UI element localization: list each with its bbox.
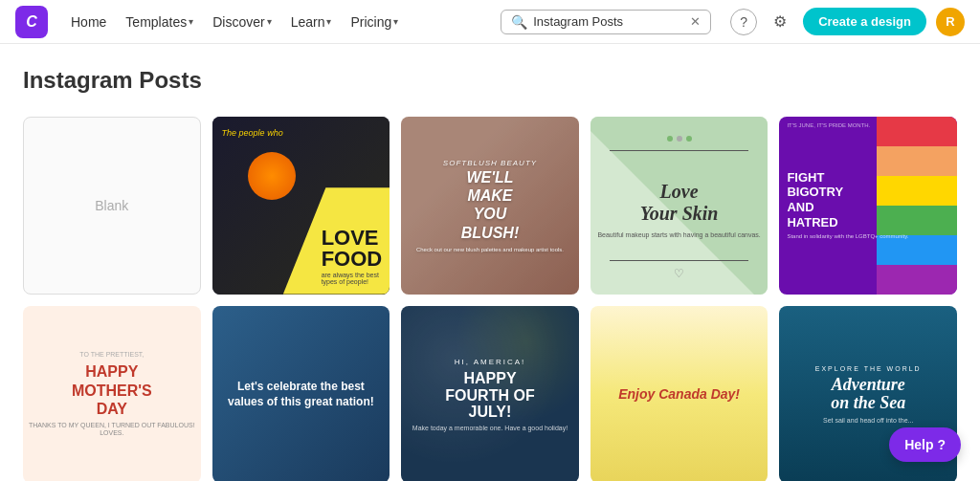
pride-sub-text: Stand in solidarity with the LGBTQ+ comm… — [787, 233, 908, 240]
main-content: Instagram Posts Blank The people who LOV… — [0, 44, 980, 481]
nation-text: Let's celebrate the best values of this … — [212, 371, 390, 419]
nav-templates[interactable]: Templates ▾ — [118, 11, 201, 33]
july-sub-text: Make today a memorable one. Have a good … — [412, 425, 568, 431]
discover-chevron-icon: ▾ — [267, 16, 272, 27]
template-canada[interactable]: Enjoy Canada Day! — [590, 306, 768, 481]
templates-grid: Blank The people who LOVEFOOD are always… — [23, 117, 957, 481]
learn-chevron-icon: ▾ — [326, 16, 331, 27]
create-design-button[interactable]: Create a design — [803, 8, 926, 35]
dot-3 — [686, 136, 692, 142]
canada-text: Enjoy Canada Day! — [618, 386, 740, 402]
template-blank[interactable]: Blank — [23, 117, 201, 295]
sea-explore-text: EXPLORE THE WORLD — [815, 365, 922, 372]
template-july4[interactable]: HI, AMERICA! HAPPYFOURTH OFJULY! Make to… — [401, 306, 579, 481]
template-beauty[interactable]: SOFTBLUSH BEAUTY WE'LLMAKEYOUBLUSH! Chec… — [401, 117, 579, 295]
july-text: HI, AMERICA! HAPPYFOURTH OFJULY! Make to… — [412, 358, 568, 431]
food-tagline: are always the best types of people! — [322, 272, 383, 285]
logo-text: C — [26, 13, 37, 31]
search-input[interactable] — [533, 14, 684, 29]
mothers-text: TO THE PRETTIEST, HAPPYMOTHER'SDAY Thank… — [23, 351, 201, 438]
nav-discover[interactable]: Discover ▾ — [205, 11, 278, 33]
pride-main-text: FIGHT BIGOTRY AND HATRED Stand in solida… — [787, 170, 908, 241]
template-pride[interactable]: IT'S JUNE, IT'S PRIDE MONTH. FIGHT BIGOT… — [779, 117, 957, 295]
skin-line-bottom — [610, 260, 749, 261]
avatar[interactable]: R — [936, 8, 965, 36]
canva-logo[interactable]: C — [15, 6, 48, 38]
clear-search-icon[interactable]: ✕ — [690, 14, 701, 29]
search-bar: 🔍 ✕ — [501, 10, 711, 34]
dot-1 — [667, 136, 673, 142]
page-title: Instagram Posts — [23, 67, 957, 94]
template-skin[interactable]: LoveYour Skin Beautiful makeup starts wi… — [590, 117, 768, 295]
sea-sub-text: Set sail and head off into the... — [815, 417, 922, 424]
nav-learn[interactable]: Learn ▾ — [283, 11, 340, 33]
food-subtitle: The people who — [222, 128, 283, 138]
templates-chevron-icon: ▾ — [189, 16, 193, 27]
header: C Home Templates ▾ Discover ▾ Learn ▾ Pr… — [0, 0, 980, 44]
stripe-red — [877, 117, 957, 146]
template-nation[interactable]: Let's celebrate the best values of this … — [212, 306, 390, 481]
template-mothers-day[interactable]: TO THE PRETTIEST, HAPPYMOTHER'SDAY Thank… — [23, 306, 201, 481]
settings-icon[interactable]: ⚙ — [767, 9, 793, 35]
nav-home[interactable]: Home — [63, 11, 114, 33]
skin-heart-icon: ♡ — [674, 267, 684, 280]
skin-main-text: LoveYour Skin Beautiful makeup starts wi… — [597, 181, 760, 240]
food-orange-circle — [248, 152, 296, 200]
header-right: ? ⚙ Create a design R — [730, 8, 965, 36]
sea-main-text: Adventureon the Sea — [815, 376, 922, 414]
pricing-chevron-icon: ▾ — [393, 16, 398, 27]
main-nav: Home Templates ▾ Discover ▾ Learn ▾ Pric… — [63, 11, 406, 33]
help-button[interactable]: ? — [730, 9, 757, 35]
july-main-text: HAPPYFOURTH OFJULY! — [412, 370, 568, 421]
food-main-text: LOVEFOOD are always the best types of pe… — [322, 228, 383, 285]
pride-month-text: IT'S JUNE, IT'S PRIDE MONTH. — [787, 122, 870, 128]
july-hi-text: HI, AMERICA! — [412, 358, 568, 366]
blank-label: Blank — [95, 198, 128, 213]
template-food[interactable]: The people who LOVEFOOD are always the b… — [212, 117, 390, 295]
help-bubble-label: Help ? — [904, 437, 946, 452]
help-bubble[interactable]: Help ? — [889, 427, 961, 462]
skin-dots — [667, 136, 692, 142]
sea-text: EXPLORE THE WORLD Adventureon the Sea Se… — [815, 365, 922, 425]
skin-line-top — [610, 150, 749, 151]
beauty-main-text: SOFTBLUSH BEAUTY WE'LLMAKEYOUBLUSH! Chec… — [416, 158, 564, 253]
dot-2 — [677, 136, 682, 142]
nav-pricing[interactable]: Pricing ▾ — [343, 11, 406, 33]
search-icon: 🔍 — [511, 14, 527, 30]
stripe-purple — [877, 265, 957, 295]
